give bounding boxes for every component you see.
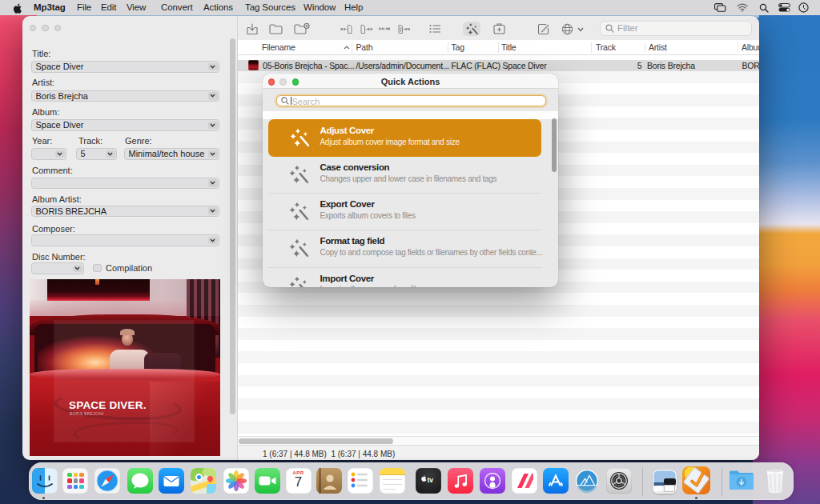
svg-text:tv: tv (428, 475, 434, 483)
